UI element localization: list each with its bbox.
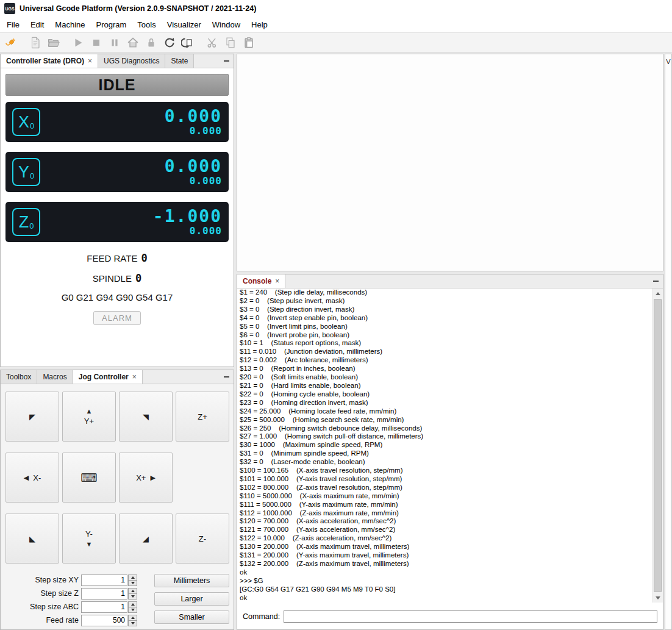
jog-x-minus-button[interactable]: ◀ X- [5, 453, 59, 503]
arrow-down-left-icon: ◣ [29, 534, 35, 543]
step-size-abc-spinner [128, 601, 137, 613]
step-size-z-label: Step size Z [1, 589, 79, 598]
scroll-up-button[interactable] [653, 288, 663, 298]
jog-down-left-button[interactable]: ◣ [5, 514, 59, 564]
jog-z-minus-button[interactable]: Z- [176, 514, 229, 564]
step-size-z-input[interactable] [81, 588, 127, 600]
tab-toolbox[interactable]: Toolbox [1, 370, 37, 384]
axis-index-text: 0 [29, 221, 34, 231]
minimize-panel-button[interactable] [648, 274, 663, 288]
spinner-up-button[interactable] [128, 615, 137, 621]
dro-axis-z: Z 0 -1.000 0.000 [5, 202, 229, 242]
menu-item[interactable]: Machine [49, 18, 90, 31]
tab-macros[interactable]: Macros [37, 370, 73, 384]
jog-x-plus-button[interactable]: X+ ▶ [119, 453, 173, 503]
pause-icon [108, 36, 121, 49]
console-line: $111 = 5000.000 (Y-axis maximum rate, mm… [240, 501, 650, 509]
menu-item[interactable]: Edit [25, 18, 49, 31]
spinner-up-button[interactable] [128, 588, 137, 594]
menu-item[interactable]: Help [246, 18, 273, 31]
command-input[interactable] [284, 610, 657, 623]
spinner-up-button[interactable] [128, 575, 137, 581]
close-icon[interactable]: × [88, 57, 92, 65]
alarm-button[interactable]: ALARM [93, 311, 141, 325]
visualizer-side-tab[interactable]: V [665, 54, 672, 630]
cut-button[interactable] [204, 34, 220, 51]
tab-state[interactable]: State [165, 54, 194, 68]
open-file-button[interactable] [45, 34, 62, 51]
units-millimeters-button[interactable]: Millimeters [154, 574, 229, 587]
menu-item[interactable]: File [1, 18, 25, 31]
spinner-up-button[interactable] [128, 601, 137, 607]
jog-down-right-button[interactable]: ◢ [119, 514, 173, 564]
axis-letter-text: X [18, 113, 29, 132]
minimize-panel-button[interactable] [219, 370, 234, 384]
step-size-abc-row: Step size ABC [1, 601, 137, 613]
jog-z-plus-button[interactable]: Z+ [176, 392, 229, 442]
spinner-down-icon [131, 609, 135, 611]
spinner-down-button[interactable] [128, 621, 137, 626]
controller-tab-bar: Controller State (DRO) × UGS Diagnostics… [1, 54, 234, 68]
console-line: $121 = 700.000 (Y-axis acceleration, mm/… [240, 526, 650, 534]
menu-item[interactable]: Tools [132, 18, 161, 31]
step-size-abc-input[interactable] [81, 601, 127, 613]
scrollbar-thumb[interactable] [654, 299, 662, 592]
spindle-value: 0 [135, 272, 141, 284]
new-file-button[interactable] [27, 34, 43, 51]
close-icon[interactable]: × [275, 277, 279, 285]
feed-rate-label: FEED RATE [87, 253, 137, 263]
stop-button[interactable] [88, 34, 104, 51]
feed-rate-input[interactable] [81, 615, 127, 626]
unlock-button[interactable] [143, 34, 159, 51]
step-larger-button[interactable]: Larger [154, 592, 229, 606]
tab-ugs-diagnostics[interactable]: UGS Diagnostics [98, 54, 165, 68]
spinner-down-button[interactable] [128, 581, 137, 586]
return-to-zero-button[interactable] [179, 34, 196, 51]
spinner-down-button[interactable] [128, 594, 137, 600]
spinner-down-button[interactable] [128, 607, 137, 613]
command-row: Command: [237, 604, 663, 629]
scroll-down-button[interactable] [653, 593, 663, 603]
menu-item[interactable]: Visualizer [162, 18, 207, 31]
console-line: $122 = 10.000 (Z-axis acceleration, mm/s… [240, 534, 650, 543]
jog-y-minus-button[interactable]: Y- ▼ [62, 514, 116, 564]
spinner-up-icon [131, 576, 135, 579]
console-line: ok [240, 594, 650, 603]
spinner-up-icon [131, 603, 135, 606]
axis-x-work-position: 0.000 [165, 107, 222, 126]
close-icon[interactable]: × [132, 373, 137, 381]
home-button[interactable] [124, 34, 141, 51]
step-smaller-button[interactable]: Smaller [154, 610, 229, 624]
jog-y-plus-button[interactable]: ▲ Y+ [62, 392, 116, 442]
console-scrollbar[interactable] [652, 288, 663, 603]
feed-rate-spinner [128, 615, 137, 626]
menu-item[interactable]: Program [91, 18, 132, 31]
arrow-up-icon: ▲ [86, 407, 93, 415]
console-panel: Console × $1 = 240 (Step idle delay, mil… [237, 274, 663, 630]
copy-button[interactable] [222, 34, 238, 51]
console-line: $5 = 0 (Invert limit pins, boolean) [240, 323, 650, 331]
menu-item[interactable]: Window [207, 18, 246, 31]
connect-button[interactable] [2, 34, 19, 51]
step-size-xy-label: Step size XY [1, 576, 79, 584]
feed-rate-value: 0 [141, 252, 147, 264]
pause-button[interactable] [106, 34, 123, 51]
jog-up-right-button[interactable]: ◥ [119, 392, 173, 442]
axis-letter-text: Z [19, 213, 29, 232]
play-button[interactable] [70, 34, 86, 51]
jog-keyboard-toggle-button[interactable]: ⌨ [62, 453, 116, 503]
tab-console[interactable]: Console × [237, 274, 285, 288]
step-size-xy-input[interactable] [81, 575, 127, 586]
soft-reset-button[interactable] [161, 34, 177, 51]
tab-controller-state-dro[interactable]: Controller State (DRO) × [1, 54, 98, 68]
play-icon [71, 36, 85, 49]
paste-button[interactable] [240, 34, 257, 51]
console-line: $27 = 1.000 (Homing switch pull-off dist… [240, 432, 650, 441]
toolbar [0, 32, 672, 52]
jog-up-left-button[interactable]: ◤ [5, 392, 59, 442]
visualizer-canvas[interactable] [237, 54, 663, 271]
minimize-panel-button[interactable] [219, 54, 234, 68]
tab-jog-controller[interactable]: Jog Controller × [73, 370, 143, 384]
console-line: $2 = 0 (Step pulse invert, mask) [240, 297, 650, 306]
toolbar-separator [198, 42, 202, 43]
